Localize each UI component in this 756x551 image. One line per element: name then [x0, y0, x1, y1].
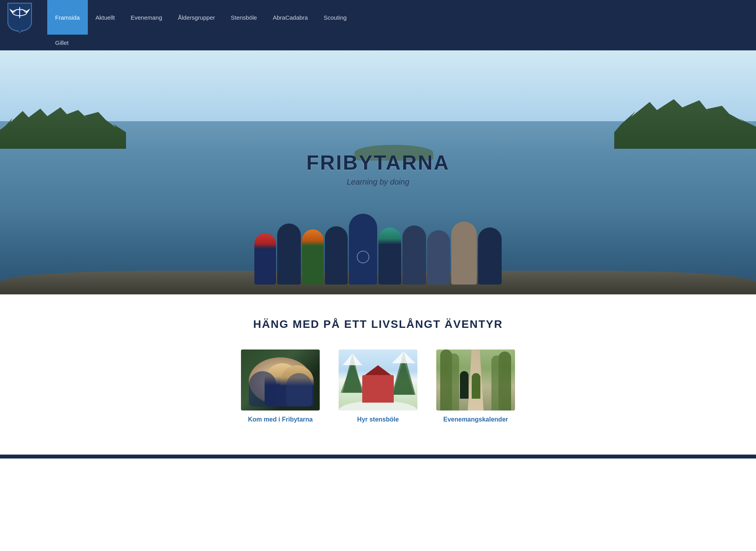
card-label-1: Kom med i Fribytarna	[248, 416, 313, 423]
person-2	[277, 224, 301, 285]
person-7	[402, 226, 426, 285]
logo-wrap[interactable]	[0, 0, 47, 35]
cards-row: Kom med i Fribytarna	[16, 349, 740, 423]
hero-subtitle: Learning by doing	[306, 178, 450, 187]
card-hyr-stensbole[interactable]: Hyr stensböle	[339, 349, 417, 423]
person-8	[427, 230, 450, 285]
card-label-3: Evenemangskalender	[443, 416, 508, 423]
nav-item-framsida[interactable]: Framsida	[47, 0, 88, 35]
person-4	[325, 226, 348, 285]
person-5	[349, 214, 377, 285]
nav-item-evenemang[interactable]: Evenemang	[123, 0, 170, 35]
person-1	[254, 233, 276, 285]
hero-section: FRIBYTARNA Learning by doing	[0, 50, 756, 294]
card-img-3	[436, 349, 515, 410]
nav-item-scouting[interactable]: Scouting	[316, 0, 354, 35]
nav-links: Framsida Aktuellt Evenemang Åldersgruppe…	[47, 0, 354, 35]
hero-people	[254, 214, 502, 285]
nav-item-aldersgrupper[interactable]: Åldersgrupper	[170, 0, 223, 35]
footer-bar	[0, 455, 756, 459]
main-section: HÄNG MED PÅ ETT LIVSLÅNGT ÄVENTYR Kom me…	[0, 294, 756, 455]
nav-item-stensbole[interactable]: Stensböle	[223, 0, 265, 35]
card-kom-med[interactable]: Kom med i Fribytarna	[241, 349, 320, 423]
nav-item-aktuellt[interactable]: Aktuellt	[88, 0, 123, 35]
person-3	[302, 229, 324, 285]
card-img-1	[241, 349, 320, 410]
nav-item-gillet[interactable]: Gillet	[47, 35, 76, 50]
hero-title: FRIBYTARNA	[306, 151, 450, 174]
nav-row2: Gillet	[0, 35, 756, 50]
person-10	[478, 227, 502, 285]
hero-text: FRIBYTARNA Learning by doing	[306, 151, 450, 187]
nav-item-abracadabra[interactable]: AbraCadabra	[265, 0, 316, 35]
person-6	[378, 227, 401, 285]
navbar: Framsida Aktuellt Evenemang Åldersgruppe…	[0, 0, 756, 35]
person-9	[451, 222, 477, 285]
card-evenemangskalender[interactable]: Evenemangskalender	[436, 349, 515, 423]
card-img-2	[339, 349, 417, 410]
section-title: HÄNG MED PÅ ETT LIVSLÅNGT ÄVENTYR	[16, 318, 740, 331]
card-label-2: Hyr stensböle	[357, 416, 399, 423]
logo-shield	[6, 2, 33, 33]
